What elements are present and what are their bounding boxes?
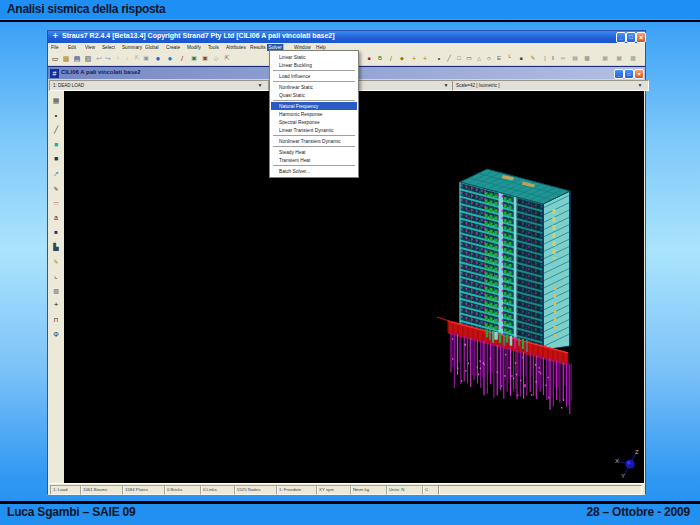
svg-text:Y: Y bbox=[621, 473, 625, 479]
svg-text:Z: Z bbox=[635, 449, 639, 455]
svg-text:X: X bbox=[615, 458, 619, 464]
